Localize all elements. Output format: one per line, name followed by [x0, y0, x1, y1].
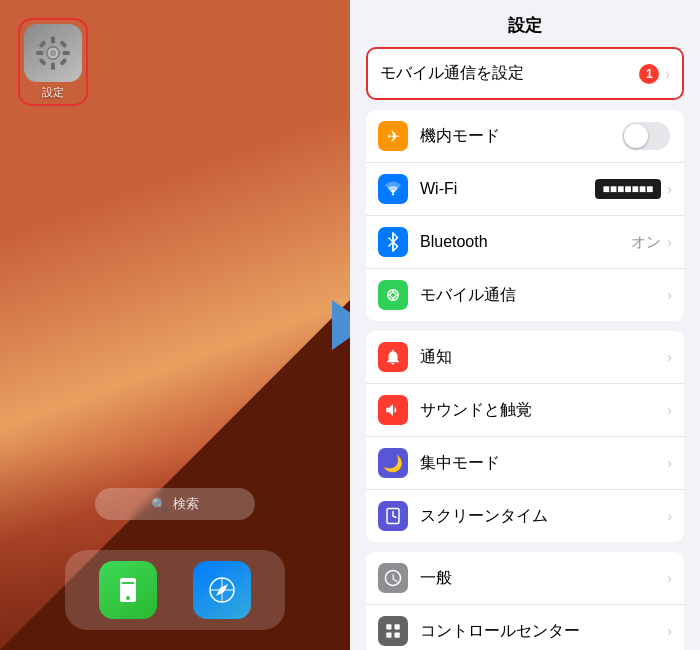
home-screen: 設定 🔍 検索	[0, 0, 350, 650]
svg-rect-26	[386, 624, 391, 629]
arrow-icon	[332, 300, 350, 350]
notification-chevron: ›	[667, 349, 672, 365]
mobile-setup-row[interactable]: モバイル通信を設定 1 ›	[366, 47, 684, 100]
navigation-arrow	[330, 300, 350, 350]
bluetooth-row[interactable]: Bluetooth オン ›	[366, 216, 684, 269]
svg-point-10	[50, 50, 56, 56]
safari-icon	[206, 574, 238, 606]
cellular-row[interactable]: モバイル通信 ›	[366, 269, 684, 321]
svg-rect-1	[51, 36, 55, 43]
bluetooth-value: オン	[631, 233, 661, 252]
mobile-setup-badge: 1	[639, 64, 659, 84]
svg-rect-6	[59, 40, 67, 48]
airplane-label: 機内モード	[420, 126, 622, 147]
settings-app-label: 設定	[42, 85, 64, 100]
general-label: 一般	[420, 568, 667, 589]
dock-safari-app[interactable]	[193, 561, 251, 619]
sound-chevron: ›	[667, 402, 672, 418]
svg-rect-3	[36, 51, 43, 55]
svg-rect-29	[395, 633, 400, 638]
cellular-label: モバイル通信	[420, 285, 667, 306]
settings-panel: 設定 モバイル通信を設定 1 › ✈ 機内モード	[350, 0, 700, 650]
cellular-chevron: ›	[667, 287, 672, 303]
svg-rect-8	[59, 58, 67, 66]
search-bar[interactable]: 🔍 検索	[95, 488, 255, 520]
control-center-row[interactable]: コントロールセンター ›	[366, 605, 684, 650]
screentime-label: スクリーンタイム	[420, 506, 667, 527]
dock-phone-app[interactable]	[99, 561, 157, 619]
connectivity-group: ✈ 機内モード Wi-Fi ■■■■■■■ ›	[366, 110, 684, 321]
control-center-label: コントロールセンター	[420, 621, 667, 642]
general-group: 一般 › コントロールセンター ›	[366, 552, 684, 650]
airplane-toggle[interactable]	[622, 122, 670, 150]
settings-title: 設定	[350, 0, 700, 47]
svg-rect-27	[395, 624, 400, 629]
control-center-chevron: ›	[667, 623, 672, 639]
notification-row[interactable]: 通知 ›	[366, 331, 684, 384]
settings-icon[interactable]	[24, 24, 82, 82]
toggle-thumb	[624, 124, 648, 148]
wifi-value: ■■■■■■■	[595, 179, 662, 199]
svg-rect-5	[39, 40, 47, 48]
airplane-icon: ✈	[378, 121, 408, 151]
screentime-icon	[378, 501, 408, 531]
airplane-mode-row[interactable]: ✈ 機内モード	[366, 110, 684, 163]
control-center-icon	[378, 616, 408, 646]
cellular-icon	[378, 280, 408, 310]
screentime-row[interactable]: スクリーンタイム ›	[366, 490, 684, 542]
wifi-row[interactable]: Wi-Fi ■■■■■■■ ›	[366, 163, 684, 216]
wifi-icon	[378, 174, 408, 204]
general-chevron: ›	[667, 570, 672, 586]
svg-rect-2	[51, 63, 55, 70]
focus-chevron: ›	[667, 455, 672, 471]
bluetooth-icon	[378, 227, 408, 257]
mobile-setup-chevron: ›	[665, 66, 670, 82]
notifications-group: 通知 › サウンドと触覚 › 🌙 集中モード ›	[366, 331, 684, 542]
search-icon: 🔍	[151, 497, 167, 512]
svg-rect-4	[63, 51, 70, 55]
focus-label: 集中モード	[420, 453, 667, 474]
focus-row[interactable]: 🌙 集中モード ›	[366, 437, 684, 490]
notification-label: 通知	[420, 347, 667, 368]
settings-content: モバイル通信を設定 1 › ✈ 機内モード	[350, 47, 700, 650]
svg-rect-7	[39, 58, 47, 66]
search-label: 検索	[173, 495, 199, 513]
general-row[interactable]: 一般 ›	[366, 552, 684, 605]
screentime-chevron: ›	[667, 508, 672, 524]
phone-icon	[112, 574, 144, 606]
sound-label: サウンドと触覚	[420, 400, 667, 421]
wifi-chevron: ›	[667, 181, 672, 197]
sound-icon	[378, 395, 408, 425]
svg-rect-28	[386, 633, 391, 638]
bluetooth-chevron: ›	[667, 234, 672, 250]
dock	[65, 550, 285, 630]
wifi-label: Wi-Fi	[420, 180, 595, 198]
settings-app-highlighted[interactable]: 設定	[18, 18, 88, 106]
focus-icon: 🌙	[378, 448, 408, 478]
mobile-setup-label: モバイル通信を設定	[380, 63, 639, 84]
bluetooth-label: Bluetooth	[420, 233, 631, 251]
svg-point-20	[390, 292, 395, 297]
svg-point-15	[392, 193, 394, 195]
gear-svg	[33, 33, 73, 73]
general-icon	[378, 563, 408, 593]
notification-icon	[378, 342, 408, 372]
sound-row[interactable]: サウンドと触覚 ›	[366, 384, 684, 437]
